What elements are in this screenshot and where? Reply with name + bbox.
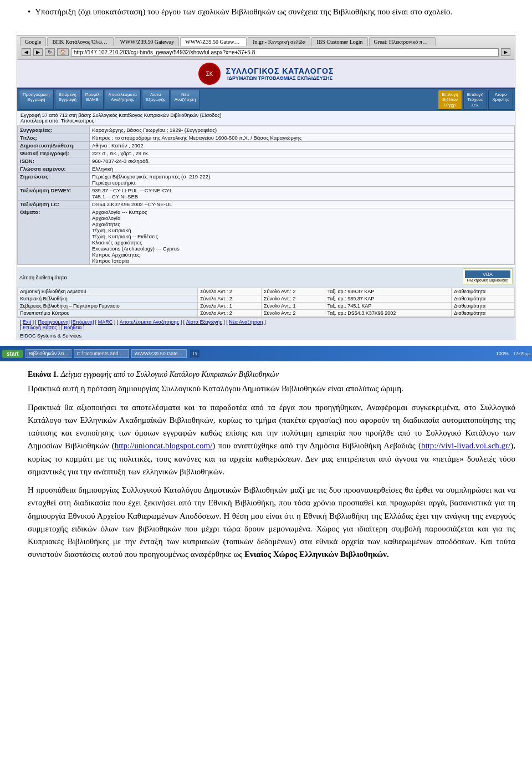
browser-tab-active[interactable]: WWW/Z39.50 Gateway - R... [180, 37, 247, 46]
p3-bold: Ενιαίος Χώρος Ελληνικών Βιβλιοθηκών. [244, 550, 389, 559]
field-label: Ταξινόμηση DEWEY: [18, 187, 90, 201]
field-value: Ελληνική [90, 165, 515, 173]
browser-tabs: Google ΒΠΚ Κατάλογος Όλων Βιβλ... WWW/Z3… [20, 37, 512, 46]
table-row: Γλώσσα κειμένου: Ελληνική [18, 165, 515, 173]
eidoc-footer: EIDOC Systems & Services [17, 332, 515, 340]
taskbar-item-4[interactable]: 15 [190, 350, 200, 357]
help-link[interactable]: Βοήθεια [64, 325, 81, 330]
browser-tab-vpk[interactable]: ΒΠΚ Κατάλογος Όλων Βιβλ... [47, 37, 114, 46]
nav-btn-atom[interactable]: ΆτομοΧρήστης [488, 90, 513, 110]
browser-window: Google ΒΠΚ Κατάλογος Όλων Βιβλ... WWW/Z3… [17, 35, 515, 341]
call-number: Ταξ. αρ.: DS54.3.K37K96 2002 [325, 310, 452, 317]
exit-link[interactable]: Exit [23, 319, 31, 325]
taskbar-item-1[interactable]: Βιβλιοθηκών λει... [25, 349, 71, 358]
catalog-fields-table: Συγγραφέας: Καραγιώργης, Βάσος Γεωργίου … [17, 126, 515, 265]
figure-caption: Εικόνα 1. Δείγμα εγγραφής από το Συλλογι… [28, 370, 515, 379]
marc-link[interactable]: MARC [98, 319, 113, 325]
browser-tab-google[interactable]: Google [20, 37, 46, 46]
taskbar-item-2[interactable]: C:\Documents and Se... [74, 349, 129, 358]
table-row: Θέματα: Αρχαιολογία --- Κυπρος Αρχαιολογ… [18, 208, 515, 265]
catalog-header: ΣΚ ΣΥΛΛΟΓΙΚΟΣ ΚΑΤΑΛΟΓΟΣ ΙΔΡΥΜΑΤΩΝ ΤΡΙΤΟΒ… [17, 60, 515, 89]
figure-label-bold: Εικόνα 1. [28, 370, 59, 378]
nav-btn-new-search[interactable]: ΝέαΑναζήτηση [171, 90, 200, 110]
availability-status: Διαθεσιμότητα [452, 288, 515, 295]
field-value: Περιέχει Βιβλιογραφικές παραπομπές (σ. 2… [90, 173, 515, 187]
field-label: ISBN: [18, 157, 90, 165]
results-link[interactable]: Αποτελέσματα Αναζήτησης [120, 319, 179, 325]
footer-nav: [ Exit ] [ Προηγούμενη] [Επόμενη] [ MARC… [17, 317, 515, 332]
main-text-section: Εικόνα 1. Δείγμα εγγραφής από το Συλλογι… [0, 365, 532, 572]
browser-tab-z3950[interactable]: WWW/Z39.50 Gateway [115, 37, 179, 46]
footer-links-row2: [ Επιλογή Βάσης ] [ Βοήθεια ] [20, 325, 512, 330]
field-label: Τίτλος: [18, 134, 90, 142]
nav-btn-export[interactable]: ΛίσταΕξαγωγής [142, 90, 170, 110]
field-value: Αθήνα : Καπόν , 2002 [90, 142, 515, 150]
nav-btn-help[interactable]: ΕπιλογήΤεύχουςΣελ. [463, 90, 487, 110]
start-button[interactable]: start [2, 350, 23, 358]
eidoc-text: EIDOC Systems & Services [20, 333, 81, 339]
next-link[interactable]: Επόμενη [73, 319, 93, 325]
availability-status: Διαθεσιμότητα [452, 303, 515, 310]
p2-mid: ) που αναπτύχθηκε από την Δημόσια Βιβλιο… [212, 441, 421, 450]
p3-text: Η προσπάθεια δημιουργίας Συλλογικού Κατα… [28, 485, 515, 559]
catalog-title1: ΣΥΛΛΟΓΙΚΟΣ ΚΑΤΑΛΟΓΟΣ [226, 67, 334, 75]
top-bullet-text: Υποστήριξη (όχι υποκατάσταση) του έργου … [28, 6, 515, 18]
taskbar-item-3[interactable]: WWW/Z39.50 Gates... [131, 349, 187, 358]
export-link[interactable]: Λίστα Εξαγωγής [186, 319, 222, 325]
catalog-title2: ΙΔΡΥΜΑΤΩΝ ΤΡΙΤΟΒΑΘΜΙΑΣ ΕΚΠΑΙΔΕΥΣΗΣ [226, 75, 334, 81]
footer-links-row1: [ Exit ] [ Προηγούμενη] [Επόμενη] [ MARC… [20, 319, 512, 325]
library-name: Δημοτική Βιβλιοθήκη Λεμεσού [18, 288, 198, 295]
paragraph-3: Η προσπάθεια δημιουργίας Συλλογικού Κατα… [28, 484, 515, 561]
paragraph-2: Πρακτικά θα αξιοποιήσει τα αποτελέσματα … [28, 401, 515, 479]
holdings-table: Δημοτική Βιβλιοθήκη Λεμεσού Σύνολο Αντ.:… [17, 288, 515, 317]
field-label: Δημοσίευση/Διάθεση: [18, 142, 90, 150]
total-copies: Σύνολο Αντ.: 1 [198, 303, 262, 310]
table-row: Φυσική Περιγραφή: 227 σ., εικ., χάρτ., 2… [18, 150, 515, 157]
address-input[interactable] [71, 48, 499, 57]
prev-link[interactable]: Προηγούμενη [38, 319, 69, 325]
field-value: DS54.3.K37K96 2002 --CY-NE-UL [90, 201, 515, 208]
vba-box: VBA Ηλεκτρονική Βιβλιοθήκη [463, 268, 513, 284]
back-button[interactable]: ◀ [22, 48, 31, 56]
paragraph-1: Πρακτικά αυτή η πρόταση δημιουργίας Συλλ… [28, 382, 515, 395]
table-row: Ταξινόμηση LC: DS54.3.K37K96 2002 --CY-N… [18, 201, 515, 208]
library-name: Σεβέρειος Βιβλιοθήκη – Παγκύπριο Γυμνάσι… [18, 303, 198, 310]
nav-btn-profile[interactable]: ΠροφίλBAMB [81, 90, 104, 110]
link-unioncat[interactable]: http://unioncat.blogspot.com/ [115, 441, 213, 450]
field-value: Κύπρος : το σταυροδρόμι της Ανατολικής Μ… [90, 134, 515, 142]
browser-tab-ingr[interactable]: In.gr - Κεντρική σελίδα [248, 37, 310, 46]
total-copies: Σύνολο Αντ.: 2 [198, 310, 262, 317]
table-row: Δημοσίευση/Διάθεση: Αθήνα : Καπόν , 2002 [18, 142, 515, 150]
new-search-link[interactable]: Νέα Αναζήτηση [229, 319, 263, 325]
browser-tab-ibs[interactable]: IBS Customer Login [311, 37, 367, 46]
field-label: Γλώσσα κειμένου: [18, 165, 90, 173]
field-value: Καραγιώργης, Βάσος Γεωργίου ; 1929- (Συγ… [90, 126, 515, 134]
nav-btn-next[interactable]: ΕπόμενηΕγγραφή [55, 90, 80, 110]
forward-button[interactable]: ▶ [33, 48, 43, 56]
nav-btn-prev[interactable]: ΠροηγούμενηΕγγραφή [19, 90, 54, 110]
select-base-link[interactable]: Επιλογή Βάσης [23, 325, 57, 330]
go-button[interactable]: ▶ [501, 48, 510, 56]
table-row: Δημοτική Βιβλιοθήκη Λεμεσού Σύνολο Αντ.:… [18, 288, 515, 295]
nav-btn-select[interactable]: ΕπιλογήΒιβλίωνΣύγχρ. [438, 90, 462, 110]
call-number: Ταξ. αρ.: 745.1 KAP [325, 303, 452, 310]
reload-button[interactable]: ↻ [45, 48, 55, 56]
availability-status: Διαθεσιμότητα [452, 295, 515, 303]
holdings-header: Αίτηση διαθεσιμότητα [19, 275, 67, 280]
nav-btn-results[interactable]: ΑποτελέσματαΑναζήτησης [105, 90, 141, 110]
total-copies: Σύνολο Αντ.: 2 [198, 288, 262, 295]
browser-tab-great[interactable]: Great: Ηλεκτρονικό παράθ... [369, 37, 436, 46]
record-info: Εγγραφή 37 από 712 στη βάση: Συλλογικός … [21, 112, 511, 118]
field-value: Αρχαιολογία --- Κυπρος Αρχαιολογία Αρχαι… [90, 208, 515, 265]
table-row: Σημειώσεις: Περιέχει Βιβλιογραφικές παρα… [18, 173, 515, 187]
available-copies: Σύνολο Αντ.: 2 [261, 310, 325, 317]
table-row: Συγγραφέας: Καραγιώργης, Βάσος Γεωργίου … [18, 126, 515, 134]
field-value: 227 σ., εικ., χάρτ., 29 εκ. [90, 150, 515, 157]
catalog-content: ΣΚ ΣΥΛΛΟΓΙΚΟΣ ΚΑΤΑΛΟΓΟΣ ΙΔΡΥΜΑΤΩΝ ΤΡΙΤΟΒ… [17, 60, 515, 340]
field-label: Συγγραφέας: [18, 126, 90, 134]
table-row: ISBN: 960-7037-24-3 σκληρόδ. [18, 157, 515, 165]
link-vivl-livad[interactable]: http://vivl-livad.voi.sch.gr/ [421, 441, 510, 450]
catalog-nav: ΠροηγούμενηΕγγραφή ΕπόμενηΕγγραφή Προφίλ… [17, 89, 515, 111]
home-button[interactable]: 🏠 [57, 48, 69, 56]
available-copies: Σύνολο Αντ.: 1 [261, 303, 325, 310]
